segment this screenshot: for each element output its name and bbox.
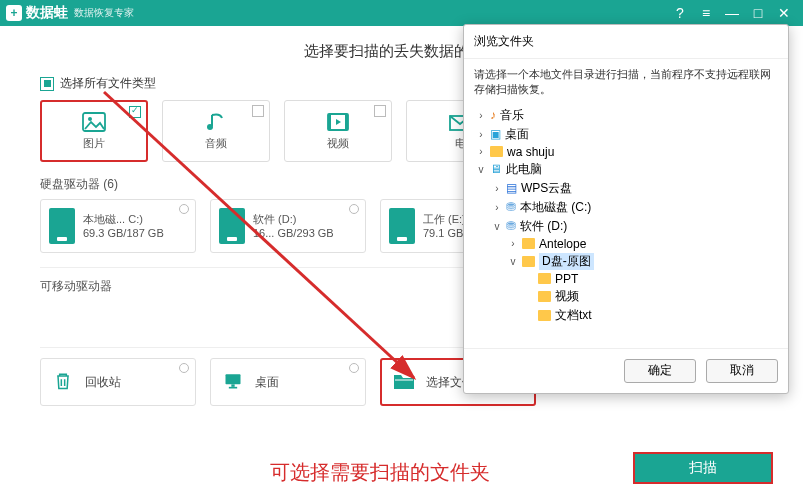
tree-item[interactable]: v🖥此电脑: [474, 160, 778, 179]
app-name: 数据蛙: [26, 4, 68, 22]
tree-item[interactable]: vD盘-原图: [474, 252, 778, 271]
svg-rect-4: [328, 114, 331, 130]
radio-icon[interactable]: [179, 363, 189, 373]
type-label: 音频: [205, 136, 227, 151]
tree-label: 视频: [555, 288, 579, 305]
caret-icon[interactable]: [524, 310, 534, 321]
location-label: 回收站: [85, 374, 121, 391]
svg-point-2: [207, 124, 213, 130]
tree-label: D盘-原图: [539, 253, 594, 270]
folder-icon: [522, 238, 535, 249]
caret-icon[interactable]: ›: [492, 183, 502, 194]
drive-name: 本地磁... C:): [83, 212, 164, 226]
type-label: 视频: [327, 136, 349, 151]
svg-rect-9: [229, 386, 237, 388]
tree-item[interactable]: ›♪音乐: [474, 106, 778, 125]
file-type-video[interactable]: 视频: [284, 100, 392, 162]
folder-icon: [392, 371, 416, 394]
drive-name: 软件 (D:): [253, 212, 334, 226]
tree-item[interactable]: v⛃软件 (D:): [474, 217, 778, 236]
tree-label: 此电脑: [506, 161, 542, 178]
tree-item[interactable]: ›▣桌面: [474, 125, 778, 144]
radio-icon[interactable]: [349, 363, 359, 373]
drive-size: 16... GB/293 GB: [253, 226, 334, 240]
folder-icon: [538, 273, 551, 284]
tree-item[interactable]: 文档txt: [474, 306, 778, 325]
caret-icon[interactable]: ›: [492, 202, 502, 213]
caret-icon[interactable]: ›: [476, 146, 486, 157]
location-label: 桌面: [255, 374, 279, 391]
wps-icon: ▤: [506, 181, 517, 195]
svg-rect-8: [231, 384, 234, 387]
dialog-buttons: 确定 取消: [464, 348, 788, 393]
folder-icon: [538, 310, 551, 321]
browse-folder-dialog: 浏览文件夹 请选择一个本地文件目录进行扫描，当前程序不支持远程联网存储扫描恢复。…: [463, 24, 789, 394]
drive-icon: [49, 208, 75, 244]
drive-card[interactable]: 本地磁... C:)69.3 GB/187 GB: [40, 199, 196, 253]
checkbox-icon[interactable]: [252, 105, 264, 117]
caret-icon[interactable]: v: [492, 221, 502, 232]
tree-item[interactable]: PPT: [474, 271, 778, 287]
app-tagline: 数据恢复专家: [74, 6, 134, 20]
svg-rect-7: [226, 374, 241, 384]
folder-icon: [490, 146, 503, 157]
tree-label: 本地磁盘 (C:): [520, 199, 591, 216]
tree-item[interactable]: ›wa shuju: [474, 144, 778, 160]
type-label: 图片: [83, 136, 105, 151]
tree-label: 音乐: [500, 107, 524, 124]
help-icon[interactable]: ?: [667, 0, 693, 26]
tree-item[interactable]: ›⛃本地磁盘 (C:): [474, 198, 778, 217]
music-icon: ♪: [490, 108, 496, 122]
location-desktop[interactable]: 桌面: [210, 358, 366, 406]
tree-label: WPS云盘: [521, 180, 572, 197]
caret-icon[interactable]: v: [508, 256, 518, 267]
logo-icon: +: [6, 5, 22, 21]
minimize-icon[interactable]: —: [719, 0, 745, 26]
tree-label: 软件 (D:): [520, 218, 567, 235]
app-logo: + 数据蛙: [6, 4, 68, 22]
tree-label: PPT: [555, 272, 578, 286]
location-trash[interactable]: 回收站: [40, 358, 196, 406]
svg-point-1: [88, 117, 92, 121]
dialog-hint: 请选择一个本地文件目录进行扫描，当前程序不支持远程联网存储扫描恢复。: [464, 59, 788, 102]
select-all-label: 选择所有文件类型: [60, 75, 156, 92]
radio-icon[interactable]: [179, 204, 189, 214]
folder-icon: [538, 291, 551, 302]
svg-rect-5: [345, 114, 348, 130]
trash-icon: [51, 371, 75, 394]
close-icon[interactable]: ✕: [771, 0, 797, 26]
folder-icon: [522, 256, 535, 267]
tree-label: 桌面: [505, 126, 529, 143]
drive-size: 69.3 GB/187 GB: [83, 226, 164, 240]
file-type-audio[interactable]: 音频: [162, 100, 270, 162]
caret-icon[interactable]: [524, 291, 534, 302]
folder-tree[interactable]: ›♪音乐›▣桌面›wa shujuv🖥此电脑›▤WPS云盘›⛃本地磁盘 (C:)…: [464, 102, 788, 348]
disk-icon: ⛃: [506, 200, 516, 214]
drive-icon: [219, 208, 245, 244]
scan-button[interactable]: 扫描: [633, 452, 773, 484]
checkbox-icon[interactable]: [374, 105, 386, 117]
ok-button[interactable]: 确定: [624, 359, 696, 383]
caret-icon[interactable]: ›: [508, 238, 518, 249]
cancel-button[interactable]: 取消: [706, 359, 778, 383]
radio-icon[interactable]: [349, 204, 359, 214]
caret-icon[interactable]: ›: [476, 129, 486, 140]
menu-icon[interactable]: ≡: [693, 0, 719, 26]
drive-icon: [389, 208, 415, 244]
tree-item[interactable]: ›Antelope: [474, 236, 778, 252]
tree-item[interactable]: 视频: [474, 287, 778, 306]
drive-card[interactable]: 软件 (D:)16... GB/293 GB: [210, 199, 366, 253]
tree-label: Antelope: [539, 237, 586, 251]
pc-icon: 🖥: [490, 162, 502, 176]
tree-label: 文档txt: [555, 307, 592, 324]
caret-icon[interactable]: v: [476, 164, 486, 175]
tree-item[interactable]: ›▤WPS云盘: [474, 179, 778, 198]
caret-icon[interactable]: [524, 273, 534, 284]
caret-icon[interactable]: ›: [476, 110, 486, 121]
checkbox-icon[interactable]: [129, 106, 141, 118]
file-type-image[interactable]: 图片: [40, 100, 148, 162]
maximize-icon[interactable]: □: [745, 0, 771, 26]
checkbox-icon[interactable]: [40, 77, 54, 91]
dialog-title: 浏览文件夹: [464, 25, 788, 59]
desktop-icon: [221, 371, 245, 394]
